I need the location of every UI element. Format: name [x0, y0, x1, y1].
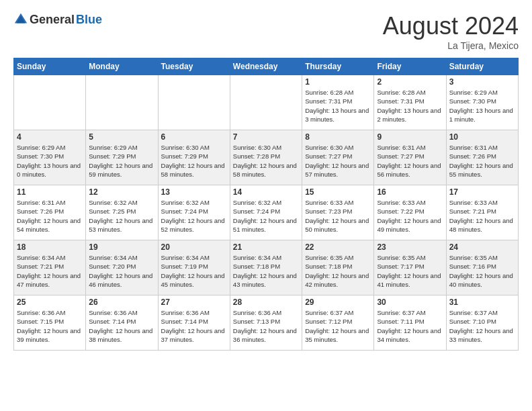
day-number: 29 [305, 298, 371, 307]
day-info: Sunrise: 6:35 AM Sunset: 7:16 PM Dayligh… [449, 253, 515, 289]
day-info: Sunrise: 6:36 AM Sunset: 7:14 PM Dayligh… [161, 308, 227, 344]
day-info: Sunrise: 6:37 AM Sunset: 7:11 PM Dayligh… [377, 308, 443, 344]
table-row: 30Sunrise: 6:37 AM Sunset: 7:11 PM Dayli… [374, 295, 446, 351]
calendar-table: Sunday Monday Tuesday Wednesday Thursday… [13, 58, 519, 351]
table-row: 13Sunrise: 6:32 AM Sunset: 7:24 PM Dayli… [158, 185, 230, 240]
calendar-header-row: Sunday Monday Tuesday Wednesday Thursday… [14, 58, 519, 75]
day-number: 25 [17, 298, 83, 307]
table-row: 21Sunrise: 6:34 AM Sunset: 7:18 PM Dayli… [230, 240, 302, 295]
day-number: 17 [449, 187, 515, 197]
col-tuesday: Tuesday [158, 58, 230, 75]
table-row: 12Sunrise: 6:32 AM Sunset: 7:25 PM Dayli… [86, 185, 158, 240]
day-number: 8 [305, 132, 371, 142]
calendar-week-row: 11Sunrise: 6:31 AM Sunset: 7:26 PM Dayli… [14, 185, 519, 240]
day-info: Sunrise: 6:37 AM Sunset: 7:12 PM Dayligh… [305, 308, 371, 344]
table-row: 31Sunrise: 6:37 AM Sunset: 7:10 PM Dayli… [446, 295, 518, 351]
day-info: Sunrise: 6:36 AM Sunset: 7:15 PM Dayligh… [17, 308, 83, 344]
calendar-week-row: 18Sunrise: 6:34 AM Sunset: 7:21 PM Dayli… [14, 240, 519, 295]
calendar-week-row: 25Sunrise: 6:36 AM Sunset: 7:15 PM Dayli… [14, 295, 519, 351]
day-number: 21 [233, 242, 299, 252]
logo-general-text: General [30, 13, 75, 27]
day-number: 18 [17, 242, 83, 252]
day-number: 15 [305, 187, 371, 197]
day-info: Sunrise: 6:35 AM Sunset: 7:17 PM Dayligh… [377, 253, 443, 289]
day-info: Sunrise: 6:31 AM Sunset: 7:27 PM Dayligh… [377, 143, 443, 179]
table-row: 6Sunrise: 6:30 AM Sunset: 7:29 PM Daylig… [158, 130, 230, 185]
day-info: Sunrise: 6:30 AM Sunset: 7:28 PM Dayligh… [233, 143, 299, 179]
table-row: 9Sunrise: 6:31 AM Sunset: 7:27 PM Daylig… [374, 130, 446, 185]
day-number: 3 [449, 77, 515, 87]
day-info: Sunrise: 6:32 AM Sunset: 7:25 PM Dayligh… [89, 198, 154, 234]
table-row: 1Sunrise: 6:28 AM Sunset: 7:31 PM Daylig… [302, 75, 374, 130]
logo-blue-text: Blue [76, 13, 102, 27]
col-sunday: Sunday [14, 58, 86, 75]
title-area: August 2024 La Tijera, Mexico [383, 12, 519, 51]
table-row: 16Sunrise: 6:33 AM Sunset: 7:22 PM Dayli… [374, 185, 446, 240]
day-info: Sunrise: 6:34 AM Sunset: 7:18 PM Dayligh… [233, 253, 299, 289]
day-number: 7 [233, 132, 299, 142]
day-info: Sunrise: 6:33 AM Sunset: 7:22 PM Dayligh… [377, 198, 443, 234]
day-info: Sunrise: 6:34 AM Sunset: 7:19 PM Dayligh… [161, 253, 227, 289]
day-info: Sunrise: 6:28 AM Sunset: 7:31 PM Dayligh… [305, 88, 371, 124]
day-number: 30 [377, 298, 443, 307]
table-row: 28Sunrise: 6:36 AM Sunset: 7:13 PM Dayli… [230, 295, 302, 351]
day-number: 5 [89, 132, 154, 142]
table-row [86, 75, 158, 130]
day-number: 31 [449, 298, 515, 307]
day-info: Sunrise: 6:31 AM Sunset: 7:26 PM Dayligh… [17, 198, 83, 234]
col-friday: Friday [374, 58, 446, 75]
col-wednesday: Wednesday [230, 58, 302, 75]
day-info: Sunrise: 6:33 AM Sunset: 7:21 PM Dayligh… [449, 198, 515, 234]
table-row: 17Sunrise: 6:33 AM Sunset: 7:21 PM Dayli… [446, 185, 518, 240]
table-row [158, 75, 230, 130]
table-row: 25Sunrise: 6:36 AM Sunset: 7:15 PM Dayli… [14, 295, 86, 351]
table-row [230, 75, 302, 130]
table-row: 14Sunrise: 6:32 AM Sunset: 7:24 PM Dayli… [230, 185, 302, 240]
day-number: 19 [89, 242, 154, 252]
day-info: Sunrise: 6:32 AM Sunset: 7:24 PM Dayligh… [161, 198, 227, 234]
table-row: 15Sunrise: 6:33 AM Sunset: 7:23 PM Dayli… [302, 185, 374, 240]
day-info: Sunrise: 6:33 AM Sunset: 7:23 PM Dayligh… [305, 198, 371, 234]
day-info: Sunrise: 6:36 AM Sunset: 7:14 PM Dayligh… [89, 308, 154, 344]
table-row: 19Sunrise: 6:34 AM Sunset: 7:20 PM Dayli… [86, 240, 158, 295]
table-row: 8Sunrise: 6:30 AM Sunset: 7:27 PM Daylig… [302, 130, 374, 185]
day-number: 2 [377, 77, 443, 87]
day-number: 10 [449, 132, 515, 142]
day-info: Sunrise: 6:31 AM Sunset: 7:26 PM Dayligh… [449, 143, 515, 179]
day-info: Sunrise: 6:32 AM Sunset: 7:24 PM Dayligh… [233, 198, 299, 234]
day-info: Sunrise: 6:29 AM Sunset: 7:30 PM Dayligh… [17, 143, 83, 179]
day-info: Sunrise: 6:29 AM Sunset: 7:30 PM Dayligh… [449, 88, 515, 124]
day-number: 11 [17, 187, 83, 197]
header: General Blue August 2024 La Tijera, Mexi… [13, 12, 519, 51]
day-number: 26 [89, 298, 154, 307]
calendar-week-row: 1Sunrise: 6:28 AM Sunset: 7:31 PM Daylig… [14, 75, 519, 130]
table-row: 20Sunrise: 6:34 AM Sunset: 7:19 PM Dayli… [158, 240, 230, 295]
table-row: 2Sunrise: 6:28 AM Sunset: 7:31 PM Daylig… [374, 75, 446, 130]
day-info: Sunrise: 6:34 AM Sunset: 7:20 PM Dayligh… [89, 253, 154, 289]
page: General Blue August 2024 La Tijera, Mexi… [0, 0, 532, 411]
table-row: 3Sunrise: 6:29 AM Sunset: 7:30 PM Daylig… [446, 75, 518, 130]
table-row: 26Sunrise: 6:36 AM Sunset: 7:14 PM Dayli… [86, 295, 158, 351]
day-info: Sunrise: 6:36 AM Sunset: 7:13 PM Dayligh… [233, 308, 299, 344]
col-saturday: Saturday [446, 58, 518, 75]
day-number: 14 [233, 187, 299, 197]
day-number: 28 [233, 298, 299, 307]
day-info: Sunrise: 6:30 AM Sunset: 7:27 PM Dayligh… [305, 143, 371, 179]
day-number: 9 [377, 132, 443, 142]
day-number: 27 [161, 298, 227, 307]
day-number: 1 [305, 77, 371, 87]
col-monday: Monday [86, 58, 158, 75]
month-title: August 2024 [383, 12, 519, 40]
logo: General Blue [13, 12, 102, 27]
day-number: 6 [161, 132, 227, 142]
calendar-week-row: 4Sunrise: 6:29 AM Sunset: 7:30 PM Daylig… [14, 130, 519, 185]
table-row: 29Sunrise: 6:37 AM Sunset: 7:12 PM Dayli… [302, 295, 374, 351]
table-row: 7Sunrise: 6:30 AM Sunset: 7:28 PM Daylig… [230, 130, 302, 185]
location-subtitle: La Tijera, Mexico [383, 40, 519, 51]
day-info: Sunrise: 6:28 AM Sunset: 7:31 PM Dayligh… [377, 88, 443, 124]
table-row: 18Sunrise: 6:34 AM Sunset: 7:21 PM Dayli… [14, 240, 86, 295]
day-number: 12 [89, 187, 154, 197]
table-row: 11Sunrise: 6:31 AM Sunset: 7:26 PM Dayli… [14, 185, 86, 240]
logo-icon [13, 12, 28, 27]
day-number: 20 [161, 242, 227, 252]
